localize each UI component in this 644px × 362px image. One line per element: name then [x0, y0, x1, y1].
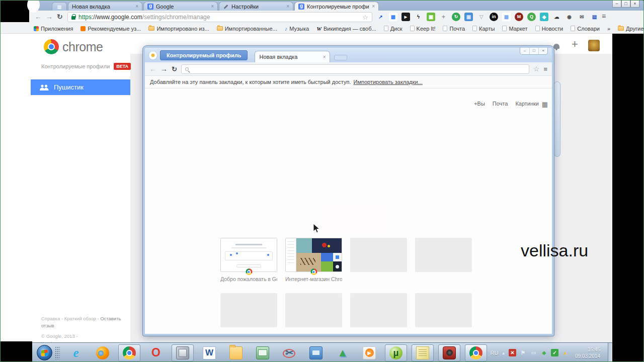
bookmark-maps[interactable]: Карты — [472, 26, 495, 32]
lightning-extension-icon[interactable]: ϟ — [414, 13, 423, 21]
bookmark-dictionaries[interactable]: Словари — [571, 26, 600, 32]
tray-flag-icon[interactable]: ⚑ — [519, 349, 527, 356]
tray-shield-icon[interactable]: ◆ — [540, 349, 548, 356]
bookmark-market[interactable]: Маркет — [502, 26, 527, 32]
chrome-menu-icon[interactable]: ≡ — [543, 65, 547, 73]
compass-extension-icon[interactable]: ► — [401, 13, 410, 21]
thumbnail-empty[interactable] — [415, 238, 472, 282]
import-bookmarks-link[interactable]: Импортировать закладки... — [353, 79, 422, 85]
reload-button[interactable]: ↻ — [172, 65, 177, 73]
link-mail[interactable]: Почта — [493, 101, 508, 107]
thumbnail-welcome[interactable]: Добро пожаловать в Go... — [220, 238, 277, 282]
taskbar-word[interactable] — [198, 344, 220, 361]
language-indicator[interactable]: RU — [491, 350, 499, 356]
tray-warning-icon[interactable]: ✕ — [509, 349, 516, 356]
thumbnail-empty[interactable] — [350, 238, 407, 282]
link-plus-you[interactable]: +Вы — [474, 101, 485, 107]
taskbar-chrome[interactable] — [118, 344, 140, 361]
bookmark-recommended[interactable]: Рекомендуемые уз... — [80, 26, 141, 32]
mail-extension-icon[interactable]: ✉ — [578, 13, 586, 21]
doc-extension-icon[interactable]: ▤ — [590, 13, 599, 21]
bookmark-imported-from[interactable]: Импортировано из... — [148, 26, 209, 32]
ssl-lock-icon[interactable] — [71, 16, 75, 20]
taskbar-camera-recorder[interactable] — [438, 344, 460, 361]
tray-sync-icon[interactable]: ✓ — [551, 349, 558, 356]
minimize-button[interactable]: – — [612, 1, 621, 8]
apps-grid-extension-icon[interactable]: ▦ — [389, 13, 397, 21]
pin-extension-icon[interactable]: ✦ — [439, 13, 448, 21]
bookmark-wikipedia[interactable]: Википедия — своб... — [316, 26, 376, 32]
bookmark-keep-it[interactable]: Keep It! — [410, 26, 436, 32]
start-button[interactable] — [37, 345, 52, 360]
tab-close-icon[interactable]: × — [372, 4, 375, 9]
thumbnail-empty[interactable] — [220, 293, 277, 327]
close-button[interactable]: × — [630, 1, 639, 8]
taskbar-notes[interactable] — [412, 344, 434, 361]
bookmark-apps[interactable]: Приложения — [34, 26, 73, 32]
chrome-menu-icon[interactable]: ≡ — [602, 12, 606, 20]
forward-button[interactable]: → — [160, 65, 168, 73]
gem-extension-icon[interactable]: ◈ — [540, 13, 548, 21]
thumbnail-empty[interactable] — [285, 293, 342, 327]
tray-expand-icon[interactable]: ▴ — [502, 350, 505, 355]
back-button[interactable]: ← — [35, 13, 42, 21]
photos-extension-icon[interactable]: ▣ — [464, 13, 473, 21]
address-bar[interactable] — [181, 64, 529, 74]
forward-button[interactable]: → — [46, 13, 53, 21]
chat-pin-extension-icon[interactable]: Q — [527, 13, 536, 21]
radio-extension-icon[interactable]: ◉ — [565, 13, 574, 21]
bookmark-other-bookmarks[interactable]: Другие закладки — [618, 26, 644, 32]
apps-grid-2-extension-icon[interactable]: ▦ — [502, 13, 511, 21]
thumbnail-empty[interactable] — [350, 293, 407, 327]
tray-display-icon[interactable]: ▭ — [530, 349, 537, 356]
thumbnail-empty[interactable] — [415, 293, 472, 327]
reload-button[interactable]: ↻ — [57, 13, 63, 21]
clock[interactable]: 15:45 09.03.2014 — [575, 346, 600, 359]
taskbar-screen-capture[interactable] — [252, 344, 274, 361]
taskbar-chrome-2[interactable] — [465, 344, 487, 361]
bookmark-music[interactable]: Музыка — [285, 26, 309, 32]
new-tab-button[interactable] — [334, 55, 347, 60]
tab-settings[interactable]: Настройки × — [219, 2, 293, 11]
taskbar-snipping-tool[interactable] — [278, 344, 300, 361]
address-bar[interactable]: https ://www.google.com /settings/chrome… — [67, 12, 372, 22]
bookmark-star-icon[interactable]: ☆ — [362, 14, 368, 21]
bookmark-mail[interactable]: Почта — [443, 26, 465, 32]
tab-close-icon[interactable]: × — [211, 4, 214, 9]
bookmark-overflow-chevron[interactable]: » — [607, 26, 610, 32]
green-box-extension-icon[interactable]: ▣ — [427, 13, 435, 21]
m-red-extension-icon[interactable]: M — [515, 13, 523, 21]
tab-close-icon[interactable]: × — [135, 4, 138, 9]
tab-close-icon[interactable]: × — [286, 4, 289, 9]
bookmark-imported[interactable]: Импортированные... — [217, 26, 277, 32]
tab-close-icon[interactable]: × — [323, 54, 326, 60]
recycle-search-extension-icon[interactable]: ↻ — [452, 13, 460, 21]
maximize-button[interactable]: □ — [529, 48, 538, 54]
scrollbar-thumb[interactable] — [554, 81, 560, 157]
pinned-apps-tab[interactable]: ▦ — [52, 2, 67, 11]
taskbar-utorrent[interactable] — [385, 344, 407, 361]
tab-new-tab[interactable]: Новая вкладка × — [68, 2, 142, 11]
link-images[interactable]: Картинки — [515, 101, 539, 107]
footer-links[interactable]: Справка - Краткий обзор - — [41, 316, 99, 321]
notifications-bell-icon[interactable] — [553, 44, 559, 49]
linkedin-extension-icon[interactable]: in — [490, 13, 498, 21]
taskbar-dictionary[interactable] — [305, 344, 327, 361]
supervised-profile-badge[interactable]: Контролируемый профиль — [160, 50, 248, 60]
taskbar-explorer[interactable] — [225, 344, 247, 361]
add-profile-button[interactable]: + — [572, 38, 578, 51]
taskbar-media-player[interactable] — [358, 344, 380, 361]
supervised-window-titlebar[interactable]: Контролируемый профиль Новая вкладка × –… — [145, 48, 552, 62]
translate-extension-icon[interactable]: ↗ — [376, 13, 385, 21]
taskbar-firefox[interactable] — [92, 344, 114, 361]
close-button[interactable]: × — [538, 48, 547, 54]
taskbar-google-drive[interactable] — [332, 344, 354, 361]
cloud-extension-icon[interactable]: ☁ — [552, 13, 561, 21]
taskbar-internet-explorer[interactable] — [65, 344, 87, 361]
apps-grid-icon[interactable]: ▦ — [542, 101, 548, 108]
account-avatar[interactable] — [588, 40, 600, 51]
bookmark-star-icon[interactable]: ☆ — [533, 65, 540, 73]
sidebar-item-profile[interactable]: Пушистик — [31, 79, 130, 95]
tray-drive-icon[interactable]: ▲ — [561, 349, 569, 356]
taskbar-opera[interactable] — [145, 344, 167, 361]
